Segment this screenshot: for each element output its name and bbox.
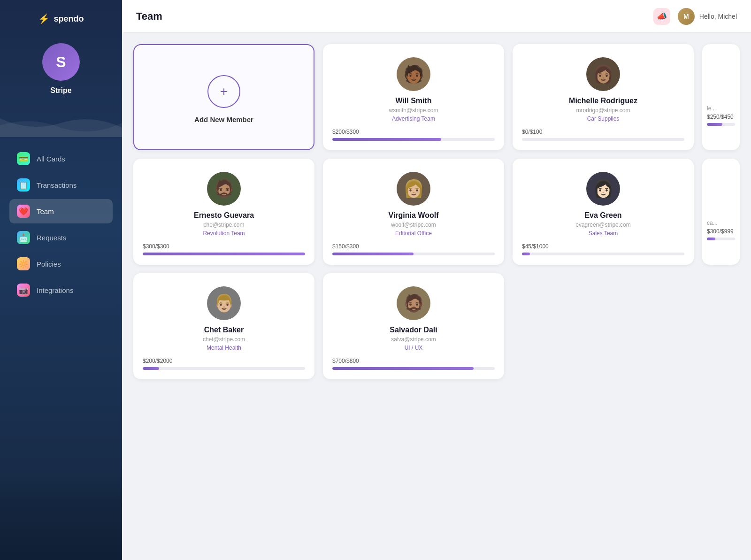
partial-card-row2: ca... $300/$999 bbox=[702, 159, 740, 265]
budget-amount: $150/$300 bbox=[332, 243, 495, 250]
sidebar-item-label: Team bbox=[37, 207, 54, 215]
sidebar-navigation: 💳 All Cards 📋 Transactions ❤️ Team 📩 Req… bbox=[0, 142, 122, 307]
transactions-icon: 📋 bbox=[17, 178, 30, 192]
member-budget: $150/$300 bbox=[332, 243, 495, 255]
member-name: Michelle Rodriguez bbox=[569, 97, 637, 105]
progress-fill bbox=[707, 238, 715, 240]
progress-fill bbox=[332, 367, 474, 370]
member-budget: $300/$300 bbox=[143, 243, 305, 255]
avatar-chet-baker: 👨🏼 bbox=[207, 286, 241, 320]
sidebar-item-policies[interactable]: 🔆 Policies bbox=[9, 252, 113, 276]
budget-amount: $200/$2000 bbox=[143, 358, 305, 364]
member-name: Will Smith bbox=[395, 97, 431, 105]
progress-fill bbox=[707, 123, 722, 126]
team-icon: ❤️ bbox=[17, 205, 30, 218]
member-card-eva-green: 👩🏻 Eva Green evagreen@stripe.com Sales T… bbox=[513, 159, 694, 265]
partial-email: ca... bbox=[707, 220, 718, 226]
member-team[interactable]: UI / UX bbox=[405, 345, 423, 351]
member-name: Virginia Woolf bbox=[389, 211, 439, 220]
main-content: Team 📣 M Hello, Michel + Add New Member … bbox=[122, 0, 751, 560]
progress-bar bbox=[522, 253, 684, 255]
member-email: wsmith@stripe.com bbox=[389, 107, 438, 114]
member-team[interactable]: Advertising Team bbox=[392, 115, 435, 122]
budget-amount: $200/$300 bbox=[332, 129, 495, 135]
budget-amount: $45/$1000 bbox=[522, 243, 684, 250]
member-name: Eva Green bbox=[584, 211, 621, 220]
header-actions: 📣 M Hello, Michel bbox=[653, 8, 737, 25]
sidebar-wave-decoration bbox=[0, 109, 122, 137]
partial-budget: $300/$999 bbox=[707, 228, 734, 235]
sidebar-item-label: All Cards bbox=[37, 155, 65, 163]
progress-bar bbox=[707, 238, 735, 240]
sidebar-item-team[interactable]: ❤️ Team bbox=[9, 199, 113, 223]
greeting-text: Hello, Michel bbox=[699, 13, 737, 20]
progress-bar bbox=[332, 253, 495, 255]
member-name: Ernesto Guevara bbox=[194, 211, 254, 220]
avatar-virginia-woolf: 👩🏼 bbox=[397, 172, 430, 206]
member-card-salvador-dali: 🧔🏽 Salvador Dali salva@stripe.com UI / U… bbox=[323, 273, 504, 379]
member-team[interactable]: Car Supplies bbox=[587, 115, 620, 122]
partial-budget: $250/$450 bbox=[707, 114, 734, 120]
page-title: Team bbox=[136, 10, 162, 23]
content-area: + Add New Member 🧑🏾 Will Smith wsmith@st… bbox=[122, 33, 751, 560]
add-circle-icon: + bbox=[207, 75, 240, 108]
notification-button[interactable]: 📣 bbox=[653, 8, 670, 25]
company-avatar: S bbox=[42, 43, 80, 81]
avatar: M bbox=[678, 8, 695, 25]
requests-icon: 📩 bbox=[17, 231, 30, 244]
avatar-will-smith: 🧑🏾 bbox=[397, 57, 430, 91]
progress-fill bbox=[332, 253, 414, 255]
sidebar-item-label: Requests bbox=[37, 234, 66, 242]
logo-icon: ⚡ bbox=[38, 13, 50, 24]
member-name: Salvador Dali bbox=[390, 326, 437, 334]
member-team[interactable]: Sales Team bbox=[589, 230, 618, 237]
company-name: Stripe bbox=[50, 86, 71, 95]
add-member-card[interactable]: + Add New Member bbox=[133, 44, 314, 150]
member-card-ernesto-guevara: 🧔🏽 Ernesto Guevara che@stripe.com Revolu… bbox=[133, 159, 314, 265]
team-grid: + Add New Member 🧑🏾 Will Smith wsmith@st… bbox=[133, 44, 740, 379]
member-team[interactable]: Revolution Team bbox=[203, 230, 245, 237]
member-email: chet@stripe.com bbox=[203, 336, 245, 343]
partial-card-row1: le... $250/$450 bbox=[702, 44, 740, 150]
member-budget: $200/$2000 bbox=[143, 358, 305, 370]
member-email: salva@stripe.com bbox=[391, 336, 436, 343]
app-name: spendo bbox=[54, 14, 84, 24]
member-email: woolf@stripe.com bbox=[391, 222, 436, 228]
avatar-eva-green: 👩🏻 bbox=[586, 172, 620, 206]
progress-bar bbox=[143, 367, 305, 370]
add-member-label: Add New Member bbox=[194, 115, 253, 123]
progress-bar bbox=[522, 138, 684, 141]
avatar-michelle-rodriguez: 👩🏽 bbox=[586, 57, 620, 91]
member-card-will-smith: 🧑🏾 Will Smith wsmith@stripe.com Advertis… bbox=[323, 44, 504, 150]
sidebar-item-all-cards[interactable]: 💳 All Cards bbox=[9, 146, 113, 171]
sidebar-item-integrations[interactable]: 📷 Integrations bbox=[9, 278, 113, 302]
member-budget: $700/$800 bbox=[332, 358, 495, 370]
sidebar-item-label: Policies bbox=[37, 260, 61, 268]
sidebar-item-transactions[interactable]: 📋 Transactions bbox=[9, 173, 113, 197]
member-email: mrodrigo@stripe.com bbox=[576, 107, 630, 114]
company-section: S Stripe bbox=[42, 34, 80, 109]
budget-amount: $0/$100 bbox=[522, 129, 684, 135]
partial-email: le... bbox=[707, 105, 716, 112]
user-menu[interactable]: M Hello, Michel bbox=[678, 8, 737, 25]
progress-bar bbox=[143, 253, 305, 255]
member-budget: $45/$1000 bbox=[522, 243, 684, 255]
progress-bar bbox=[332, 138, 495, 141]
avatar-salvador-dali: 🧔🏽 bbox=[397, 286, 430, 320]
progress-bar bbox=[332, 367, 495, 370]
header: Team 📣 M Hello, Michel bbox=[122, 0, 751, 33]
member-budget: $0/$100 bbox=[522, 129, 684, 141]
sidebar-item-requests[interactable]: 📩 Requests bbox=[9, 225, 113, 250]
member-team[interactable]: Mental Health bbox=[207, 345, 241, 351]
member-email: che@stripe.com bbox=[204, 222, 245, 228]
member-card-michelle-rodriguez: 👩🏽 Michelle Rodriguez mrodrigo@stripe.co… bbox=[513, 44, 694, 150]
member-team[interactable]: Editorial Office bbox=[395, 230, 432, 237]
member-email: evagreen@stripe.com bbox=[575, 222, 631, 228]
budget-amount: $700/$800 bbox=[332, 358, 495, 364]
budget-amount: $300/$300 bbox=[143, 243, 305, 250]
policies-icon: 🔆 bbox=[17, 257, 30, 270]
avatar-ernesto-guevara: 🧔🏽 bbox=[207, 172, 241, 206]
progress-fill bbox=[522, 253, 530, 255]
progress-fill bbox=[332, 138, 441, 141]
sidebar-item-label: Transactions bbox=[37, 181, 77, 189]
